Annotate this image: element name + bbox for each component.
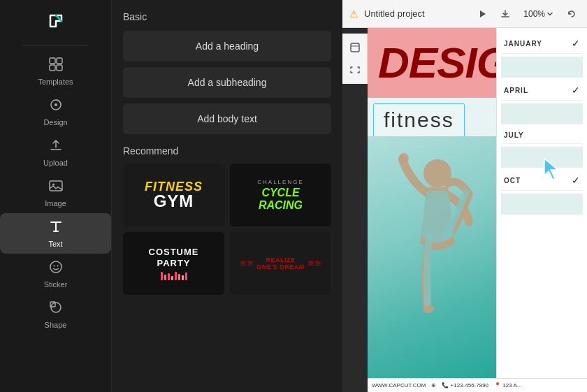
- recommend-card-cycle-racing[interactable]: CHALLENGE CYCLERACING: [230, 164, 331, 226]
- month-oct: OCT ✓: [501, 170, 583, 191]
- download-button[interactable]: [497, 6, 514, 22]
- svg-rect-2: [57, 58, 62, 64]
- realize-text: REALIZEONE'S DREAM: [256, 256, 305, 270]
- zoom-control[interactable]: 100%: [519, 8, 558, 20]
- background-tool[interactable]: [345, 38, 365, 57]
- svg-point-6: [55, 103, 57, 106]
- sticker-icon: [48, 259, 64, 277]
- sidebar-item-shape[interactable]: Shape: [0, 294, 111, 335]
- footer-globe-icon: ⊕: [431, 382, 436, 389]
- recommend-card-fitness-gym[interactable]: FITNESS GYM: [123, 164, 224, 226]
- svg-point-17: [399, 153, 409, 163]
- zoom-value: 100%: [523, 9, 545, 19]
- resize-tool[interactable]: [345, 60, 365, 80]
- month-april-label: APRIL: [504, 87, 528, 94]
- design-footer: WWW.CAPCUT.COM ⊕ 📞 +123-456-7890 📍 123 A…: [368, 378, 587, 392]
- sidebar-item-sticker[interactable]: Sticker: [0, 254, 111, 294]
- undo-button[interactable]: [563, 6, 580, 22]
- topbar-warning-icon: ⚠: [349, 8, 358, 20]
- cycle-challenge-label: CHALLENGE: [257, 179, 303, 185]
- realize-wings-left: ≋≋ REALIZEONE'S DREAM ≋≋: [240, 256, 321, 270]
- sidebar-item-image-label: Image: [45, 199, 66, 208]
- upload-icon: [48, 138, 64, 156]
- sidebar-item-text[interactable]: Text: [0, 213, 111, 254]
- grid-icon: [48, 57, 64, 75]
- fitness-label: fitness: [384, 108, 454, 132]
- costume-party-text: COSTUMEPARTY: [149, 247, 199, 268]
- svg-point-12: [51, 303, 61, 312]
- yoga-figure-svg: [368, 136, 507, 378]
- canvas-content: DESIGN PLA fitness: [368, 28, 587, 392]
- yoga-image: [368, 136, 507, 378]
- footer-location: 📍 123 A...: [494, 382, 521, 389]
- design-icon: [48, 97, 64, 115]
- image-icon: [48, 178, 64, 196]
- month-oct-check: ✓: [572, 175, 580, 186]
- svg-point-10: [53, 266, 55, 267]
- add-heading-button[interactable]: Add a heading: [123, 31, 331, 61]
- canvas-area: ⚠ Untitled project 100%: [342, 0, 587, 392]
- shape-icon: [48, 300, 64, 318]
- side-tools: [342, 34, 368, 84]
- month-january: JANUARY ✓: [501, 34, 583, 54]
- sidebar-item-text-label: Text: [48, 240, 62, 248]
- sidebar-item-templates-label: Templates: [38, 78, 73, 86]
- capcut-logo: [43, 8, 68, 34]
- design-months-panel: JANUARY ✓ APRIL ✓ JULY OCT ✓: [496, 28, 587, 392]
- sidebar-divider: [22, 45, 89, 45]
- recommend-grid: FITNESS GYM CHALLENGE CYCLERACING COSTUM…: [123, 164, 331, 295]
- month-oct-label: OCT: [504, 177, 521, 184]
- cycle-racing-text: CYCLERACING: [259, 187, 303, 211]
- svg-rect-3: [50, 65, 55, 71]
- month-july-label: JULY: [504, 131, 524, 139]
- footer-website: WWW.CAPCUT.COM: [372, 382, 426, 389]
- recommend-card-costume-party[interactable]: COSTUMEPARTY: [123, 232, 224, 295]
- text-icon: [48, 219, 64, 237]
- play-button[interactable]: [474, 6, 491, 22]
- sidebar-item-upload[interactable]: Upload: [0, 132, 111, 173]
- svg-point-11: [57, 266, 58, 267]
- fitness-gym-line2: GYM: [154, 193, 194, 210]
- svg-rect-4: [57, 65, 62, 71]
- sidebar-item-design[interactable]: Design: [0, 92, 111, 132]
- chevron-down-icon: [546, 10, 553, 17]
- sidebar-item-shape-label: Shape: [45, 321, 67, 329]
- topbar: ⚠ Untitled project 100%: [342, 0, 587, 28]
- sidebar-item-image[interactable]: Image: [0, 173, 111, 213]
- sidebar-item-design-label: Design: [43, 118, 67, 126]
- sidebar: Templates Design Upload: [0, 0, 112, 392]
- undo-icon: [567, 9, 577, 19]
- add-body-button[interactable]: Add body text: [123, 103, 331, 134]
- sidebar-item-templates[interactable]: Templates: [0, 51, 111, 92]
- month-january-label: JANUARY: [504, 40, 542, 48]
- text-panel: Basic Add a heading Add a subheading Add…: [112, 0, 342, 392]
- recommend-card-realize[interactable]: ≋≋ REALIZEONE'S DREAM ≋≋: [230, 232, 331, 295]
- sidebar-item-sticker-label: Sticker: [44, 280, 68, 289]
- fitness-textbox[interactable]: fitness: [373, 103, 465, 137]
- month-april-check: ✓: [572, 85, 580, 96]
- svg-point-8: [52, 184, 55, 186]
- svg-rect-1: [50, 58, 55, 64]
- svg-marker-14: [480, 10, 486, 17]
- recommend-section-title: Recommend: [123, 145, 331, 157]
- basic-section-title: Basic: [123, 11, 331, 22]
- footer-phone: 📞 +123-456-7890: [442, 382, 488, 389]
- topbar-project-title[interactable]: Untitled project: [364, 8, 469, 19]
- svg-point-9: [50, 261, 61, 273]
- sidebar-item-upload-label: Upload: [43, 159, 68, 167]
- add-subheading-button[interactable]: Add a subheading: [123, 67, 331, 98]
- costume-party-bars: [161, 272, 187, 280]
- month-april: APRIL ✓: [501, 80, 583, 101]
- design-preview: DESIGN PLA fitness: [368, 28, 587, 392]
- month-july: JULY: [501, 127, 583, 144]
- month-january-check: ✓: [572, 38, 580, 49]
- svg-rect-15: [351, 43, 359, 52]
